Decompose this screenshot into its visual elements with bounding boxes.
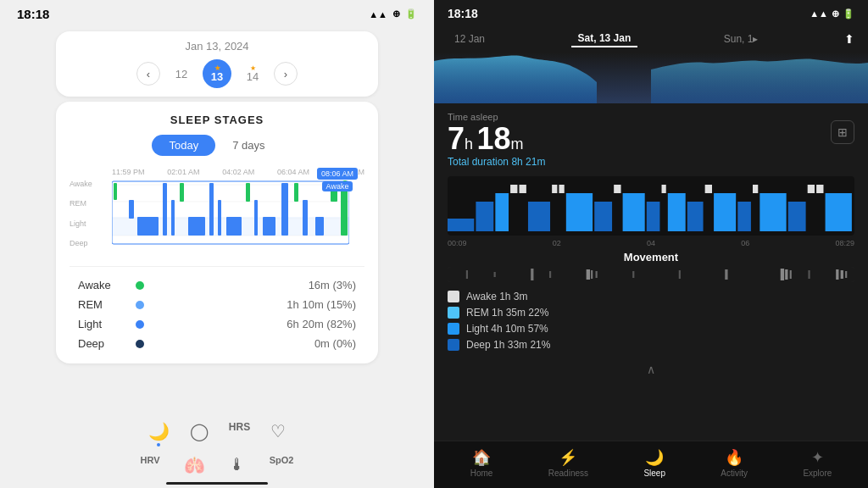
- awake-dot: [136, 281, 144, 290]
- svg-rect-61: [679, 270, 681, 279]
- expand-btn[interactable]: ⊞: [831, 120, 854, 144]
- sleep-stats: Awake 16m (3%) REM 1h 10m (15%) Light 6h…: [70, 266, 364, 353]
- svg-rect-18: [281, 183, 288, 236]
- time-asleep-section: Time asleep 7h 18m Total duration 8h 21m…: [448, 103, 854, 173]
- stat-row-deep: Deep 0m (0%): [70, 334, 364, 353]
- date-item-14[interactable]: ★ 14: [238, 59, 267, 88]
- bottom-indicator: [166, 482, 268, 485]
- date-tab-13[interactable]: Sat, 13 Jan: [571, 30, 638, 47]
- stage-rem: REM 1h 35m 22%: [448, 307, 854, 319]
- svg-rect-41: [668, 193, 686, 231]
- svg-rect-14: [226, 217, 242, 236]
- svg-rect-50: [816, 185, 823, 193]
- svg-rect-37: [614, 185, 620, 193]
- signal-icon: ▲▲: [369, 9, 387, 19]
- svg-rect-31: [520, 185, 526, 193]
- date-label: Jan 13, 2024: [185, 40, 248, 53]
- date-tab-12[interactable]: 12 Jan: [448, 31, 492, 47]
- rnav-explore[interactable]: ✦ Explore: [803, 448, 832, 478]
- minutes-value: 18: [477, 121, 511, 156]
- light-dot: [136, 320, 144, 329]
- rnav-readiness[interactable]: ⚡ Readiness: [548, 448, 588, 478]
- svg-rect-33: [552, 185, 557, 193]
- svg-rect-10: [180, 183, 184, 202]
- svg-rect-47: [760, 193, 786, 231]
- 7days-btn[interactable]: 7 days: [215, 135, 281, 156]
- svg-rect-27: [448, 219, 474, 231]
- svg-rect-49: [808, 185, 815, 193]
- svg-rect-39: [647, 202, 660, 231]
- chevron-up[interactable]: ∧: [448, 359, 854, 378]
- svg-rect-43: [705, 185, 712, 193]
- nav-temp[interactable]: 🌡: [229, 455, 246, 475]
- nav-spo2[interactable]: SpO2: [270, 455, 294, 475]
- svg-rect-65: [790, 270, 792, 279]
- svg-rect-7: [137, 217, 159, 236]
- bottom-nav-left: 🌙 ◯ HRS ♡: [0, 413, 434, 455]
- svg-rect-34: [559, 185, 564, 193]
- svg-rect-44: [714, 193, 736, 231]
- sleep-chart-right: 00:09 02 04 06 08:29: [448, 176, 854, 244]
- chart-time-labels: 00:09 02 04 06 08:29: [448, 239, 854, 247]
- svg-rect-16: [254, 200, 258, 236]
- wifi-icon: ⊕: [392, 8, 400, 19]
- sleep-stages-title: SLEEP STAGES: [70, 114, 364, 126]
- right-bottom-nav: 🏠 Home ⚡ Readiness 🌙 Sleep 🔥 Activity ✦ …: [434, 441, 868, 488]
- status-bar-right: 18:18 ▲▲ ⊕ 🔋: [434, 0, 868, 27]
- tooltip-label: Awake: [322, 181, 353, 191]
- svg-rect-63: [781, 269, 784, 280]
- date-item-13[interactable]: ★ 13: [203, 59, 231, 88]
- svg-rect-35: [566, 193, 593, 231]
- svg-rect-67: [836, 269, 838, 280]
- svg-rect-13: [218, 200, 221, 236]
- stat-row-light: Light 6h 20m (82%): [70, 314, 364, 334]
- sleep-chart-svg: [112, 176, 349, 252]
- stage-awake: Awake 1h 3m: [448, 291, 854, 302]
- stat-row-awake: Awake 16m (3%): [70, 275, 364, 295]
- nav-hrs[interactable]: HRS: [229, 421, 250, 446]
- svg-rect-66: [808, 270, 810, 279]
- svg-rect-60: [632, 271, 634, 278]
- tooltip-time: 08:06 AM: [317, 168, 358, 180]
- rnav-home[interactable]: 🏠 Home: [470, 448, 493, 478]
- svg-rect-54: [494, 272, 496, 277]
- rnav-sleep[interactable]: 🌙 Sleep: [643, 448, 665, 478]
- stage-list: Awake 1h 3m REM 1h 35m 22% Light 4h 10m …: [448, 291, 854, 359]
- svg-rect-51: [826, 193, 852, 231]
- svg-rect-6: [129, 200, 134, 219]
- wifi-icon-right: ⊕: [832, 8, 839, 19]
- svg-rect-52: [448, 267, 854, 282]
- svg-rect-32: [528, 202, 550, 231]
- bottom-nav-left-2: HRV 🫁 🌡 SpO2: [0, 455, 434, 482]
- sleep-card: SLEEP STAGES Today 7 days 08:06 AM Awake…: [56, 102, 378, 363]
- svg-rect-36: [594, 202, 612, 231]
- movement-label: Movement: [448, 251, 854, 263]
- deep-dot: [136, 340, 144, 348]
- movement-bar: [448, 267, 854, 282]
- battery-icon: 🔋: [405, 8, 417, 19]
- nav-lungs[interactable]: 🫁: [184, 455, 205, 475]
- nav-heart[interactable]: ♡: [270, 421, 286, 446]
- date-tab-sun[interactable]: Sun, 1▸: [717, 31, 765, 47]
- share-btn[interactable]: ⬆: [844, 32, 854, 46]
- svg-rect-57: [587, 269, 590, 280]
- battery-icon-right: 🔋: [843, 8, 854, 19]
- wave-svg: [434, 53, 868, 103]
- svg-rect-45: [737, 202, 751, 231]
- next-date-btn[interactable]: ›: [274, 62, 298, 86]
- rnav-activity[interactable]: 🔥 Activity: [721, 448, 748, 478]
- svg-rect-55: [531, 269, 533, 280]
- status-bar-left: 18:18 ▲▲ ⊕ 🔋: [0, 0, 434, 28]
- date-tabs: 12 Jan Sat, 13 Jan Sun, 1▸ ⬆: [434, 27, 868, 53]
- prev-date-btn[interactable]: ‹: [136, 62, 160, 86]
- today-btn[interactable]: Today: [152, 135, 215, 156]
- nav-hrv2[interactable]: HRV: [141, 455, 160, 475]
- nav-hrv[interactable]: 🌙: [148, 421, 170, 446]
- svg-rect-21: [315, 217, 324, 236]
- svg-rect-38: [623, 193, 645, 231]
- svg-rect-8: [163, 183, 167, 236]
- nav-circle[interactable]: ◯: [190, 421, 209, 446]
- date-nav: Jan 13, 2024 ‹ 12 ★ 13 ★ 14 ›: [56, 31, 378, 97]
- date-item-12[interactable]: 12: [167, 59, 196, 88]
- stage-deep: Deep 1h 33m 21%: [448, 339, 854, 351]
